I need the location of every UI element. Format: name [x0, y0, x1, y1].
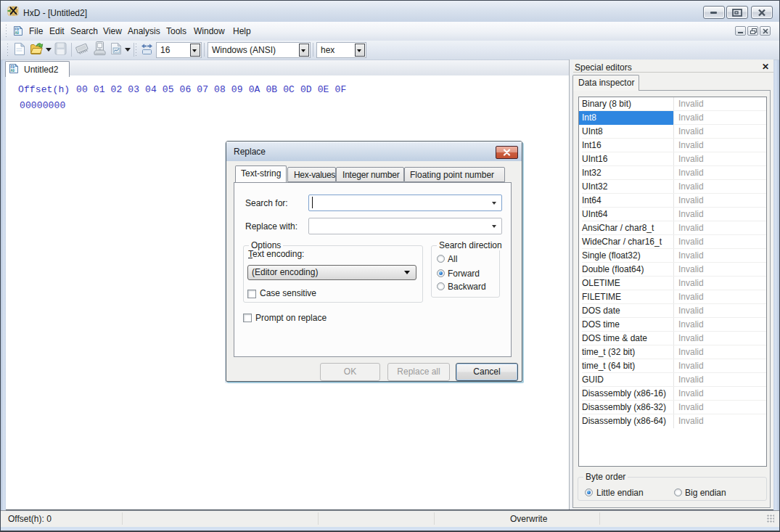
svg-text:A0: A0: [15, 31, 20, 35]
svg-text:A0: A0: [11, 69, 15, 73]
